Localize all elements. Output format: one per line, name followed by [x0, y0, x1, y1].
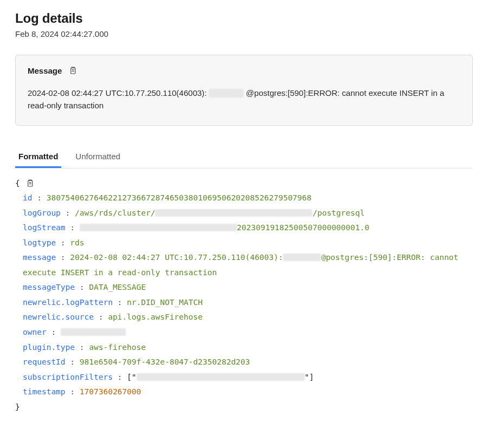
redacted-segment: [283, 254, 321, 261]
field-key: newrelic.logPattern: [23, 298, 113, 307]
field-key: plugin.type: [23, 343, 75, 352]
copy-message-icon[interactable]: [67, 65, 78, 76]
field-key: owner: [23, 328, 47, 336]
field-key: message: [23, 253, 56, 262]
field-key: requestId: [23, 358, 66, 366]
field-key: id: [23, 193, 32, 202]
message-header-label: Message: [28, 66, 62, 75]
copy-json-icon[interactable]: [24, 178, 35, 189]
tab-formatted[interactable]: Formatted: [15, 147, 61, 168]
field-logStream: logStream : 20230919182500507000000001.0: [15, 220, 473, 236]
field-value: api.logs.awsFirehose: [108, 313, 203, 321]
message-panel: Message 2024-02-08 02:44:27 UTC:10.77.25…: [15, 55, 473, 126]
field-requestId: requestId : 981e6504-709f-432e-8047-d235…: [15, 355, 473, 370]
field-newrelic-logPattern: newrelic.logPattern : nr.DID_NOT_MATCH: [15, 295, 473, 310]
redacted-segment: [80, 224, 237, 231]
field-key: logStream: [23, 223, 66, 232]
page-title: Log details: [15, 11, 473, 26]
field-key: logGroup: [23, 209, 61, 217]
message-body-pre: 2024-02-08 02:44:27 UTC:10.77.250.110(46…: [28, 88, 207, 98]
redacted-segment: [209, 89, 243, 98]
field-id: id : 38075406276462212736672874650380106…: [15, 191, 473, 206]
field-value: DATA_MESSAGE: [89, 283, 146, 291]
json-close-brace: }: [15, 400, 473, 415]
field-message: message : 2024-02-08 02:44:27 UTC:10.77.…: [15, 250, 473, 280]
field-owner: owner :: [15, 325, 473, 340]
field-newrelic-source: newrelic.source : api.logs.awsFirehose: [15, 310, 473, 325]
message-body: 2024-02-08 02:44:27 UTC:10.77.250.110(46…: [28, 87, 460, 112]
field-value: 3807540627646221273667287465038010695062…: [47, 193, 312, 202]
field-timestamp: timestamp : 1707360267000: [15, 385, 473, 400]
formatted-json: { id : 380754062764622127366728746503801…: [15, 176, 473, 415]
field-messageType: messageType : DATA_MESSAGE: [15, 280, 473, 295]
field-value: 981e6504-709f-432e-8047-d2350282d203: [80, 358, 250, 366]
field-key: messageType: [23, 283, 75, 291]
svg-rect-0: [71, 68, 75, 74]
field-value: 1707360267000: [80, 387, 142, 396]
log-timestamp: Feb 8, 2024 02:44:27.000: [15, 29, 473, 38]
field-logGroup: logGroup : /aws/rds/cluster//postgresql: [15, 206, 473, 221]
field-value: aws-firehose: [89, 343, 146, 352]
tab-unformatted[interactable]: Unformatted: [72, 147, 124, 168]
redacted-segment: [155, 209, 312, 217]
svg-rect-1: [28, 181, 32, 187]
field-key: newrelic.source: [23, 313, 94, 321]
field-key: subscriptionFilters: [23, 373, 113, 381]
redacted-segment: [137, 373, 305, 381]
field-logtype: logtype : rds: [15, 236, 473, 251]
json-open-brace: {: [15, 176, 20, 191]
tabs: Formatted Unformatted: [15, 147, 473, 168]
field-key: timestamp: [23, 387, 66, 396]
field-value: rds: [70, 238, 84, 247]
redacted-segment: [61, 328, 126, 336]
field-value: nr.DID_NOT_MATCH: [127, 298, 203, 307]
field-plugin-type: plugin.type : aws-firehose: [15, 340, 473, 355]
field-subscriptionFilters: subscriptionFilters : [""]: [15, 370, 473, 385]
field-key: logtype: [23, 238, 56, 247]
